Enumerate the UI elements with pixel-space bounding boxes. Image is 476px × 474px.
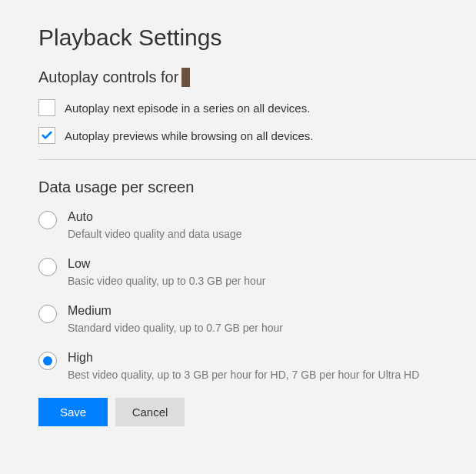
radio-desc: Basic video quality, up to 0.3 GB per ho… [68, 275, 265, 287]
radio-icon [38, 258, 57, 276]
page-title: Playback Settings [38, 25, 476, 51]
radio-label: Auto [68, 210, 242, 224]
radio-icon [38, 305, 57, 323]
radio-desc: Standard video quality, up to 0.7 GB per… [68, 322, 283, 334]
autoplay-previews-checkbox[interactable]: Autoplay previews while browsing on all … [38, 127, 476, 144]
autoplay-next-episode-checkbox[interactable]: Autoplay next episode in a series on all… [38, 99, 476, 116]
data-usage-option-auto[interactable]: Auto Default video quality and data usag… [38, 210, 476, 240]
cancel-button[interactable]: Cancel [115, 398, 185, 426]
data-usage-option-high[interactable]: High Best video quality, up to 3 GB per … [38, 351, 476, 381]
checkmark-icon [41, 129, 53, 142]
checkbox-icon [38, 99, 55, 116]
radio-label: Low [68, 257, 265, 271]
save-button[interactable]: Save [38, 398, 108, 426]
radio-selected-dot [43, 356, 52, 366]
checkbox-icon [38, 127, 55, 144]
autoplay-heading-text: Autoplay controls for [38, 68, 178, 86]
radio-desc: Default video quality and data usage [68, 228, 242, 240]
profile-chip [181, 68, 190, 87]
radio-label: High [68, 351, 419, 365]
radio-icon [38, 352, 57, 370]
button-row: Save Cancel [38, 398, 476, 426]
data-usage-radio-group: Auto Default video quality and data usag… [38, 210, 476, 381]
autoplay-next-episode-label: Autoplay next episode in a series on all… [65, 102, 310, 115]
data-usage-heading: Data usage per screen [38, 179, 476, 196]
radio-label: Medium [68, 304, 283, 318]
autoplay-previews-label: Autoplay previews while browsing on all … [65, 129, 314, 142]
autoplay-heading: Autoplay controls for [38, 68, 476, 87]
section-divider [38, 159, 476, 160]
radio-icon [38, 211, 57, 229]
data-usage-option-low[interactable]: Low Basic video quality, up to 0.3 GB pe… [38, 257, 476, 287]
radio-desc: Best video quality, up to 3 GB per hour … [68, 369, 419, 381]
data-usage-option-medium[interactable]: Medium Standard video quality, up to 0.7… [38, 304, 476, 334]
